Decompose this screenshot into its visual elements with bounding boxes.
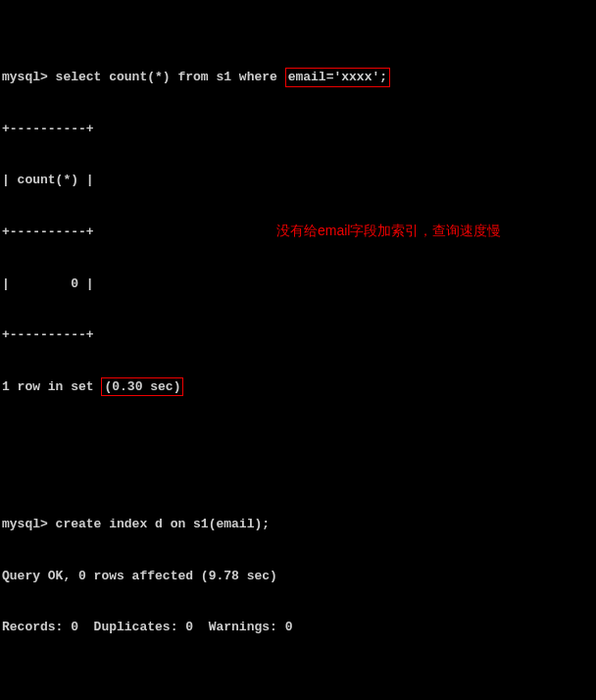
value-row: | 0 | (2, 275, 594, 293)
header-row: | count(*) | (2, 172, 594, 189)
terminal-output: mysql> select count(*) from s1 where ema… (0, 0, 596, 700)
separator: +----------+ 没有给email字段加索引，查询速度慢 (2, 224, 594, 241)
prompt: mysql> (2, 516, 56, 533)
response-line: Query OK, 0 rows affected (9.78 sec) (2, 568, 594, 585)
highlight-time: (0.30 sec) (101, 377, 183, 397)
separator: +----------+ (2, 121, 594, 138)
highlight-where: email='xxxx'; (285, 68, 390, 87)
annotation-text: 没有给email字段加索引，查询速度慢 (276, 222, 501, 240)
prompt: mysql> (2, 69, 56, 86)
separator: +----------+ (2, 326, 594, 344)
sql-line: mysql> select count(*) from s1 where ema… (2, 69, 594, 86)
sql-text: select count(*) from s1 where (56, 69, 285, 86)
response-line: Records: 0 Duplicates: 0 Warnings: 0 (2, 619, 594, 636)
footer-row: 1 row in set (0.30 sec) (2, 378, 594, 396)
blank (2, 671, 594, 688)
sql-text: create index d on s1(email); (56, 516, 270, 533)
blank (2, 429, 594, 447)
sql-line: mysql> create index d on s1(email); (2, 516, 594, 533)
